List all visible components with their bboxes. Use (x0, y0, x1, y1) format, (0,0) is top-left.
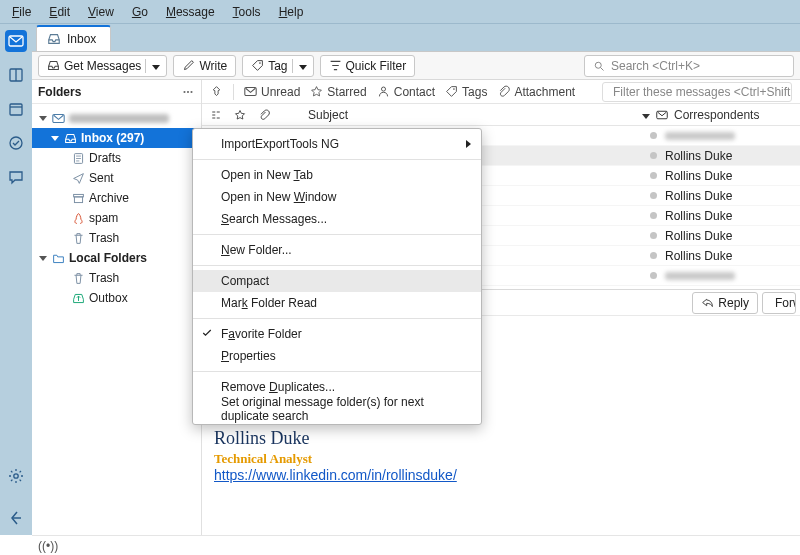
menu-item[interactable]: New Folder... (193, 239, 481, 261)
read-dot-icon (650, 132, 657, 139)
folder-trash[interactable]: Trash (32, 228, 201, 248)
local-folders-row[interactable]: Local Folders (32, 248, 201, 268)
menu-item-label: Favorite Folder (221, 327, 302, 341)
tag-button[interactable]: Tag (242, 55, 313, 77)
filter-tags[interactable]: Tags (445, 85, 487, 99)
filter-contact[interactable]: Contact (377, 85, 435, 99)
correspondents-header[interactable]: Correspondents (674, 108, 759, 122)
star-icon (310, 85, 323, 98)
inbox-icon (47, 32, 61, 46)
menu-message[interactable]: Message (158, 3, 223, 21)
filter-starred[interactable]: Starred (310, 85, 366, 99)
menu-item[interactable]: Compact (193, 270, 481, 292)
clip-icon (497, 85, 510, 98)
space-tasks-icon[interactable] (5, 132, 27, 154)
signature-link[interactable]: https://www.linkedin.com/in/rollinsduke/ (214, 467, 457, 483)
correspondent-name: Rollins Duke (665, 169, 732, 183)
attach-col-icon[interactable] (258, 109, 270, 121)
space-mail-icon[interactable] (5, 30, 27, 52)
folder-label: Local Folders (69, 251, 147, 265)
quick-filter-button[interactable]: Quick Filter (320, 55, 416, 77)
menu-item[interactable]: Mark Folder Read (193, 292, 481, 314)
chevron-down-icon[interactable] (642, 108, 650, 122)
read-col-icon[interactable] (656, 109, 668, 121)
menu-view[interactable]: View (80, 3, 122, 21)
mail-icon (244, 85, 257, 98)
menu-item-label: Set original message folder(s) for next … (221, 395, 469, 423)
read-dot-icon (650, 172, 657, 179)
menu-item[interactable]: Search Messages... (193, 208, 481, 230)
menu-item-label: Open in New Tab (221, 168, 313, 182)
space-calendar-icon[interactable] (5, 98, 27, 120)
menu-item[interactable]: ImportExportTools NG (193, 133, 481, 155)
chevron-down-icon[interactable] (38, 116, 48, 121)
space-chat-icon[interactable] (5, 166, 27, 188)
write-button[interactable]: Write (173, 55, 236, 77)
tag-icon (251, 59, 264, 72)
menu-item[interactable]: Open in New Tab (193, 164, 481, 186)
global-search-input[interactable]: Search <Ctrl+K> (584, 55, 794, 77)
activity-icon[interactable]: ((•)) (38, 539, 58, 553)
menu-go[interactable]: Go (124, 3, 156, 21)
tag-dropdown[interactable] (292, 59, 313, 73)
spam-icon (72, 212, 85, 225)
filter-unread[interactable]: Unread (244, 85, 300, 99)
thread-col-icon[interactable] (210, 109, 222, 121)
folder-pane-options-icon[interactable] (181, 85, 195, 99)
chevron-down-icon[interactable] (50, 136, 60, 141)
account-name-redacted (69, 114, 169, 123)
archive-icon (72, 192, 85, 205)
settings-icon[interactable] (5, 465, 27, 487)
menu-item[interactable]: Open in New Window (193, 186, 481, 208)
folder-outbox[interactable]: Outbox (32, 288, 201, 308)
tabs-bar: Inbox (32, 24, 800, 52)
read-dot-icon (650, 152, 657, 159)
menu-item[interactable]: Set original message folder(s) for next … (193, 398, 481, 420)
reply-button[interactable]: Reply (692, 292, 758, 314)
correspondent-redacted (665, 272, 735, 280)
folder-archive[interactable]: Archive (32, 188, 201, 208)
download-icon (47, 59, 60, 72)
tag-label: Tag (268, 59, 287, 73)
filter-attachment[interactable]: Attachment (497, 85, 575, 99)
chevron-down-icon[interactable] (38, 256, 48, 261)
search-placeholder: Search <Ctrl+K> (611, 59, 700, 73)
menu-item[interactable]: Favorite Folder (193, 323, 481, 345)
get-messages-dropdown[interactable] (145, 59, 166, 73)
folder-context-menu: ImportExportTools NGOpen in New TabOpen … (192, 128, 482, 425)
person-icon (377, 85, 390, 98)
get-messages-button[interactable]: Get Messages (38, 55, 167, 77)
folder-label: Trash (89, 231, 119, 245)
folder-drafts[interactable]: Drafts (32, 148, 201, 168)
folder-inbox[interactable]: Inbox (297) (32, 128, 201, 148)
search-icon (593, 60, 605, 72)
menu-tools[interactable]: Tools (225, 3, 269, 21)
menu-item[interactable]: Properties (193, 345, 481, 367)
menu-edit[interactable]: Edit (41, 3, 78, 21)
draft-icon (72, 152, 85, 165)
correspondent-redacted (665, 132, 735, 140)
menu-help[interactable]: Help (271, 3, 312, 21)
menu-item-label: Remove Duplicates... (221, 380, 335, 394)
sent-icon (72, 172, 85, 185)
menu-item-label: Mark Folder Read (221, 296, 317, 310)
menu-item-label: ImportExportTools NG (221, 137, 339, 151)
folder-local-trash[interactable]: Trash (32, 268, 201, 288)
star-col-icon[interactable] (234, 109, 246, 121)
folder-pane-title: Folders (38, 85, 81, 99)
tab-inbox[interactable]: Inbox (36, 25, 111, 51)
pin-icon[interactable] (210, 85, 223, 98)
filter-icon (329, 59, 342, 72)
forward-button[interactable]: Forward (762, 292, 796, 314)
folder-spam[interactable]: spam (32, 208, 201, 228)
outbox-icon (72, 292, 85, 305)
menu-file[interactable]: FFileile (4, 3, 39, 21)
space-address-icon[interactable] (5, 64, 27, 86)
pen-icon (182, 59, 195, 72)
account-row[interactable] (32, 108, 201, 128)
collapse-icon[interactable] (5, 507, 27, 529)
message-filter-input[interactable]: Filter these messages <Ctrl+Shift+K> (602, 82, 792, 102)
folder-sent[interactable]: Sent (32, 168, 201, 188)
subject-header[interactable]: Subject (308, 108, 348, 122)
correspondent-name: Rollins Duke (665, 209, 732, 223)
